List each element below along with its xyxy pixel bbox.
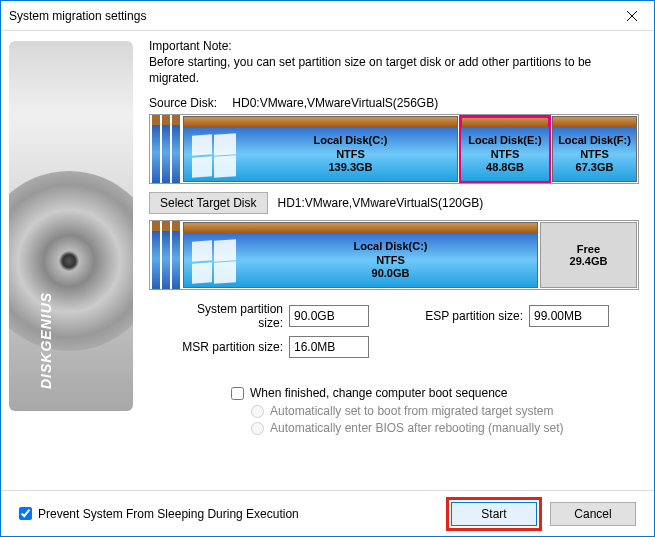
target-disk-name: HD1:VMware,VMwareVirtualS(120GB) — [278, 196, 484, 210]
target-disk-bar[interactable]: Local Disk(C:) NTFS 90.0GB Free 29.4GB — [149, 220, 639, 290]
prevent-sleep-label: Prevent System From Sleeping During Exec… — [38, 507, 299, 521]
reserved-stripe — [172, 221, 180, 289]
reserved-stripe — [152, 221, 160, 289]
options-section: When finished, change computer boot sequ… — [149, 386, 639, 435]
boot-radio-1-label: Automatically set to boot from migrated … — [270, 404, 553, 418]
source-disk-row: Source Disk: HD0:VMware,VMwareVirtualS(2… — [149, 96, 639, 110]
partition-label: Local Disk(C:) NTFS 139.3GB — [314, 134, 388, 174]
system-size-label: System partition size: — [169, 302, 289, 330]
reserved-stripe — [152, 115, 160, 183]
target-free-space[interactable]: Free 29.4GB — [540, 222, 637, 288]
brand-label: DISKGENIUS — [38, 292, 54, 389]
window-title: System migration settings — [9, 9, 146, 23]
finish-label: When finished, change computer boot sequ… — [250, 386, 508, 400]
prevent-sleep-checkbox[interactable] — [19, 507, 32, 520]
reserved-stripe — [172, 115, 180, 183]
hdd-illustration: DISKGENIUS — [9, 41, 133, 411]
msr-size-input[interactable] — [289, 336, 369, 358]
source-partition-f[interactable]: Local Disk(F:) NTFS 67.3GB — [552, 116, 637, 182]
source-disk-bar[interactable]: Local Disk(C:) NTFS 139.3GB Local Disk(E… — [149, 114, 639, 184]
boot-radio-2 — [251, 422, 264, 435]
select-target-disk-button[interactable]: Select Target Disk — [149, 192, 268, 214]
target-disk-row: Select Target Disk HD1:VMware,VMwareVirt… — [149, 192, 639, 214]
source-disk-label: Source Disk: — [149, 96, 229, 110]
source-partition-c[interactable]: Local Disk(C:) NTFS 139.3GB — [183, 116, 458, 182]
reserved-stripe — [162, 115, 170, 183]
boot-radio-2-label: Automatically enter BIOS after rebooting… — [270, 421, 563, 435]
note-title: Important Note: — [149, 39, 639, 53]
cancel-button[interactable]: Cancel — [550, 502, 636, 526]
target-partition-c[interactable]: Local Disk(C:) NTFS 90.0GB — [183, 222, 538, 288]
sidebar: DISKGENIUS — [1, 31, 141, 491]
esp-size-input[interactable] — [529, 305, 609, 327]
content-area: DISKGENIUS Important Note: Before starti… — [1, 31, 654, 491]
system-size-input[interactable] — [289, 305, 369, 327]
source-disk-name: HD0:VMware,VMwareVirtualS(256GB) — [232, 96, 438, 110]
start-button[interactable]: Start — [451, 502, 537, 526]
esp-size-label: ESP partition size: — [419, 309, 529, 323]
windows-logo-icon — [192, 135, 236, 179]
partition-label: Local Disk(C:) NTFS 90.0GB — [354, 240, 428, 280]
partition-label: Local Disk(E:) NTFS 48.8GB — [468, 134, 541, 174]
close-button[interactable] — [609, 1, 654, 31]
main-panel: Important Note: Before starting, you can… — [141, 31, 655, 491]
windows-logo-icon — [192, 241, 236, 285]
start-highlight: Start — [446, 497, 542, 531]
footer: Prevent System From Sleeping During Exec… — [1, 490, 654, 536]
titlebar: System migration settings — [1, 1, 654, 31]
size-fields: System partition size: ESP partition siz… — [149, 302, 639, 358]
note-text: Before starting, you can set partition s… — [149, 55, 639, 86]
source-partition-e[interactable]: Local Disk(E:) NTFS 48.8GB — [460, 116, 550, 182]
partition-label: Local Disk(F:) NTFS 67.3GB — [558, 134, 631, 174]
close-icon — [627, 11, 637, 21]
reserved-stripe — [162, 221, 170, 289]
finish-checkbox[interactable] — [231, 387, 244, 400]
boot-radio-1 — [251, 405, 264, 418]
free-label: Free 29.4GB — [570, 243, 608, 267]
msr-size-label: MSR partition size: — [169, 340, 289, 354]
